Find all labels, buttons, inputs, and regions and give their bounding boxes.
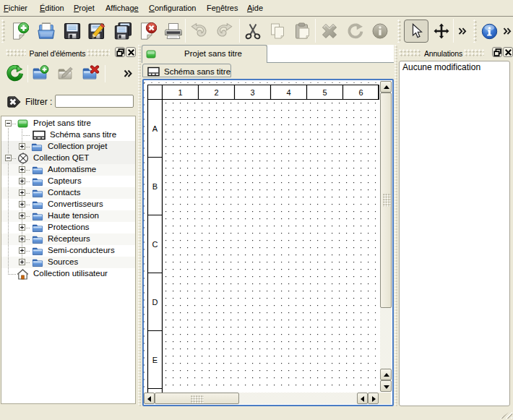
svg-text:B: B: [152, 182, 158, 191]
svg-text:C: C: [152, 240, 158, 249]
svg-text:3: 3: [250, 88, 254, 97]
svg-text:1: 1: [178, 88, 182, 97]
svg-text:6: 6: [358, 88, 363, 97]
svg-text:E: E: [152, 356, 158, 364]
svg-text:2: 2: [214, 88, 218, 97]
svg-text:D: D: [152, 298, 158, 307]
svg-text:4: 4: [286, 88, 290, 97]
svg-text:5: 5: [322, 88, 327, 97]
svg-text:A: A: [152, 124, 158, 133]
